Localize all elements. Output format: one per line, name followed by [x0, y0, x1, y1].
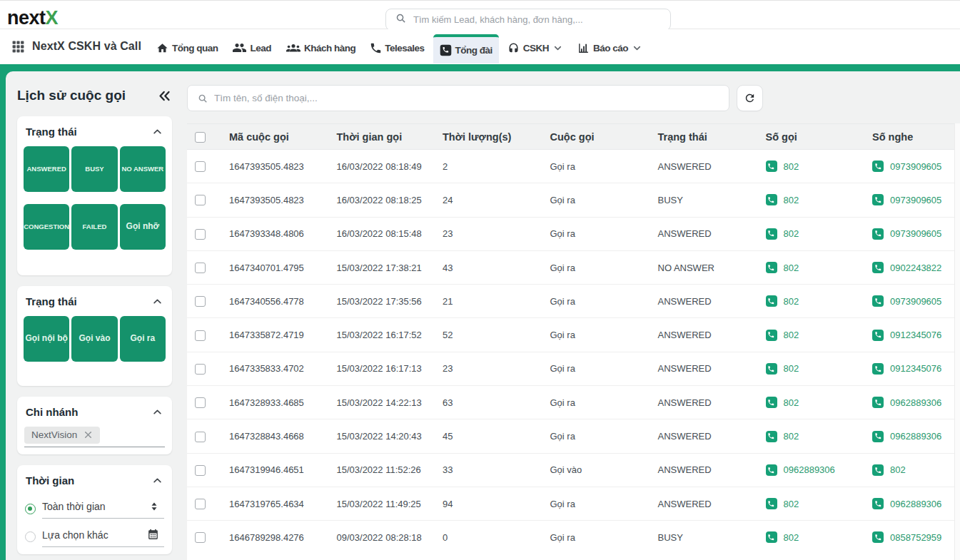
cell-duration: 23: [443, 363, 550, 374]
time-option-field[interactable]: Toàn thời gian: [42, 499, 164, 519]
nav-item-khách-hàng[interactable]: Khách hàng: [280, 29, 362, 63]
cell-caller[interactable]: 802: [766, 431, 873, 442]
cell-caller[interactable]: 0962889306: [766, 464, 873, 476]
table-row: 1647335872.471915/03/2022 16:17:5252Gọi …: [187, 318, 954, 352]
search-icon: [395, 13, 406, 26]
cell-caller[interactable]: 802: [766, 161, 873, 172]
filter-button-answered[interactable]: ANSWERED: [24, 146, 69, 192]
cell-call-time: 15/03/2022 17:35:56: [337, 296, 443, 307]
filter-sidebar: Lịch sử cuộc gọi Trạng thái ANSWEREDBUSY…: [6, 71, 182, 560]
cell-caller[interactable]: 802: [766, 498, 873, 509]
cell-call-type: Gọi ra: [550, 161, 658, 172]
cell-callee[interactable]: 802: [872, 464, 954, 476]
cell-callee[interactable]: 0973909605: [872, 228, 954, 240]
table-filler: [187, 554, 954, 560]
nav-item-label: Khách hàng: [304, 43, 355, 54]
row-checkbox[interactable]: [195, 532, 206, 543]
chevron-up-icon[interactable]: [152, 407, 163, 417]
phone-icon: [872, 531, 884, 543]
nav-item-báo-cáo[interactable]: Báo cáo: [571, 29, 648, 63]
table-row: 1647393348.480616/03/2022 08:15:4823Gọi …: [187, 218, 954, 251]
cell-caller[interactable]: 802: [766, 262, 873, 273]
row-checkbox[interactable]: [195, 195, 206, 205]
row-checkbox[interactable]: [195, 499, 206, 509]
row-checkbox[interactable]: [195, 432, 206, 442]
table-search-input[interactable]: [214, 93, 720, 103]
row-checkbox[interactable]: [195, 330, 206, 341]
filter-button-gọi-vào[interactable]: Gọi vào: [71, 316, 117, 362]
cell-caller[interactable]: 802: [766, 397, 873, 408]
apps-grid-icon[interactable]: [11, 40, 25, 54]
cell-status: ANSWERED: [658, 330, 766, 340]
calendar-icon[interactable]: [147, 529, 159, 541]
chevron-up-icon[interactable]: [152, 126, 163, 137]
cell-callee[interactable]: 0902243822: [872, 262, 954, 273]
row-checkbox[interactable]: [195, 263, 206, 273]
filter-button-gọi-ra[interactable]: Gọi ra: [120, 316, 166, 362]
chevron-down-icon: [632, 44, 642, 53]
row-checkbox[interactable]: [195, 397, 206, 408]
cell-call-time: 16/03/2022 08:18:49: [337, 161, 443, 172]
nav-item-label: Telesales: [385, 43, 424, 54]
cell-caller[interactable]: 802: [766, 363, 873, 375]
sort-icon[interactable]: [149, 501, 159, 512]
phone-icon: [766, 330, 777, 341]
cell-callee[interactable]: 0912345076: [872, 330, 954, 341]
cell-caller[interactable]: 802: [766, 531, 873, 543]
cell-call-id: 1647319946.4651: [229, 464, 337, 475]
row-checkbox[interactable]: [195, 229, 206, 240]
cell-callee[interactable]: 0973909605: [872, 161, 954, 172]
cell-caller[interactable]: 802: [766, 194, 873, 205]
cell-status: ANSWERED: [658, 228, 766, 239]
cell-status: BUSY: [658, 195, 766, 205]
cell-callee[interactable]: 0962889306: [872, 397, 954, 408]
remove-tag-icon[interactable]: [84, 430, 93, 439]
time-option-field[interactable]: Lựa chọn khác: [42, 526, 164, 547]
filter-button-no-answer[interactable]: NO ANSWER: [120, 146, 166, 192]
column-header-7: Số nghe: [872, 131, 954, 143]
cell-callee[interactable]: 0912345076: [872, 363, 954, 375]
content-area: Lịch sử cuộc gọi Trạng thái ANSWEREDBUSY…: [6, 71, 960, 560]
cell-caller[interactable]: 802: [766, 295, 873, 307]
radio-unselected[interactable]: [25, 531, 36, 542]
nav-item-telesales[interactable]: Telesales: [364, 29, 430, 63]
bar-chart-icon: [577, 42, 590, 54]
cell-call-time: 15/03/2022 14:20:43: [337, 431, 443, 442]
scrollbar-gutter: [954, 123, 960, 560]
cell-callee[interactable]: 0962889306: [872, 498, 954, 509]
row-checkbox[interactable]: [195, 296, 206, 307]
card-call-status: Trạng thái ANSWEREDBUSYNO ANSWERCONGESTI…: [17, 116, 172, 275]
row-checkbox[interactable]: [195, 364, 206, 375]
cell-callee[interactable]: 0858752959: [872, 531, 954, 543]
cell-callee[interactable]: 0973909605: [872, 295, 954, 307]
card-branch-header: Chi nhánh: [24, 406, 166, 418]
filter-button-busy[interactable]: BUSY: [71, 146, 117, 192]
branch-input[interactable]: NextVision: [24, 427, 165, 447]
nav-item-tổng-quan[interactable]: Tổng quan: [150, 29, 224, 63]
nav-item-tổng-đài[interactable]: Tổng đài: [433, 34, 499, 63]
filter-button-failed[interactable]: FAILED: [71, 204, 117, 250]
nav-item-cskh[interactable]: CSKH: [501, 29, 569, 63]
nav-item-lead[interactable]: Lead: [226, 29, 278, 63]
card-title: Trạng thái: [26, 126, 77, 138]
collapse-sidebar-icon[interactable]: [158, 89, 171, 103]
cell-caller[interactable]: 802: [766, 330, 873, 341]
row-checkbox[interactable]: [195, 161, 206, 172]
radio-selected[interactable]: [25, 504, 36, 514]
cell-caller[interactable]: 802: [766, 228, 873, 240]
cell-callee[interactable]: 0973909605: [872, 194, 954, 205]
filter-button-gọi-nội-bộ[interactable]: Gọi nội bộ: [24, 316, 69, 362]
chevron-up-icon[interactable]: [152, 475, 163, 486]
global-search-input[interactable]: [413, 14, 663, 25]
cell-callee[interactable]: 0962889306: [872, 431, 954, 442]
cell-call-time: 09/03/2022 08:28:18: [337, 532, 443, 543]
refresh-button[interactable]: [737, 85, 763, 111]
select-all-checkbox[interactable]: [195, 132, 206, 143]
row-checkbox[interactable]: [195, 465, 206, 476]
chevron-up-icon[interactable]: [152, 296, 163, 307]
filter-button-congestion[interactable]: CONGESTION: [24, 204, 69, 250]
filter-button-gọi-nhỡ[interactable]: Gọi nhỡ: [120, 204, 166, 250]
table-row: 1647328843.466815/03/2022 14:20:4345Gọi …: [187, 419, 954, 453]
logo[interactable]: nextX: [7, 7, 58, 29]
cell-status: BUSY: [658, 532, 766, 543]
